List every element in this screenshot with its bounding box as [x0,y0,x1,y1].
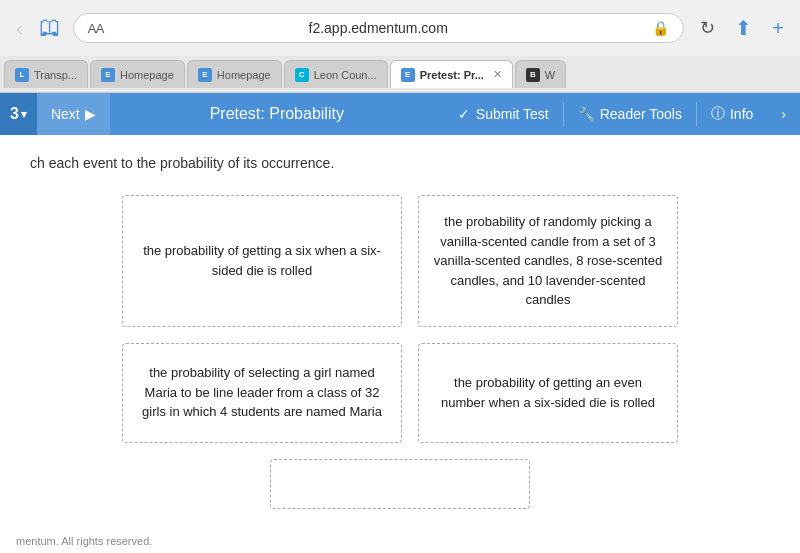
card-4[interactable]: the probability of getting an even numbe… [418,343,678,443]
app-toolbar: 3 ▾ Next ▶ Pretest: Probability ✓ Submit… [0,93,800,135]
tab-favicon-w: B [526,68,540,82]
new-tab-button[interactable]: + [768,13,788,44]
drop-zone[interactable] [270,459,530,509]
next-label: Next [51,106,80,122]
tab-favicon-leon: C [295,68,309,82]
submit-test-button[interactable]: ✓ Submit Test [444,93,563,135]
reader-tools-button[interactable]: 🔧 Reader Tools [564,93,696,135]
next-arrow-icon: ▶ [85,106,96,122]
tab-pretest[interactable]: E Pretest: Pr... ✕ [390,60,513,88]
card-3[interactable]: the probability of selecting a girl name… [122,343,402,443]
reload-button[interactable]: ↻ [696,13,719,43]
back-button[interactable]: ‹ [12,13,27,44]
tab-home2[interactable]: E Homepage [187,60,282,88]
tab-favicon-home1: E [101,68,115,82]
tab-label-home2: Homepage [217,69,271,81]
card-1[interactable]: the probability of getting a six when a … [122,195,402,327]
tab-label-leon: Leon Coun... [314,69,377,81]
main-content: ch each event to the probability of its … [0,135,800,529]
tab-favicon-transp: L [15,68,29,82]
page-title: Pretest: Probability [110,93,444,135]
tab-favicon-pretest: E [401,68,415,82]
drop-zone-row [30,459,770,509]
tab-leon[interactable]: C Leon Coun... [284,60,388,88]
overflow-icon: › [781,106,786,122]
tab-label-w: W [545,69,555,81]
overflow-button[interactable]: › [767,93,800,135]
tab-label-pretest: Pretest: Pr... [420,69,484,81]
footer: mentum. All rights reserved. [0,529,800,553]
share-button[interactable]: ⬆ [731,12,756,44]
tab-label-transp: Transp... [34,69,77,81]
address-text: f2.app.edmentum.com [112,20,644,36]
tab-home1[interactable]: E Homepage [90,60,185,88]
tabs-bar: L Transp... E Homepage E Homepage C Leon… [0,56,800,92]
address-bar[interactable]: AA f2.app.edmentum.com 🔒 [73,13,685,43]
checkmark-icon: ✓ [458,106,470,122]
next-button[interactable]: Next ▶ [37,93,110,135]
tab-favicon-home2: E [198,68,212,82]
instruction-text: ch each event to the probability of its … [30,155,770,171]
lock-icon: 🔒 [652,20,669,36]
tab-transp[interactable]: L Transp... [4,60,88,88]
font-size-control[interactable]: AA [88,21,104,36]
bookmark-icon: 🕮 [39,15,61,41]
tab-label-home1: Homepage [120,69,174,81]
cards-grid: the probability of getting a six when a … [30,195,770,443]
footer-text: mentum. All rights reserved. [16,535,152,547]
info-icon: ⓘ [711,105,725,123]
wrench-icon: 🔧 [578,106,595,122]
tab-close-pretest[interactable]: ✕ [493,68,502,81]
question-number-selector[interactable]: 3 ▾ [0,93,37,135]
question-number: 3 [10,105,19,123]
info-button[interactable]: ⓘ Info [697,93,767,135]
card-2[interactable]: the probability of randomly picking a va… [418,195,678,327]
chevron-down-icon: ▾ [21,108,27,121]
tab-w[interactable]: B W [515,60,566,88]
